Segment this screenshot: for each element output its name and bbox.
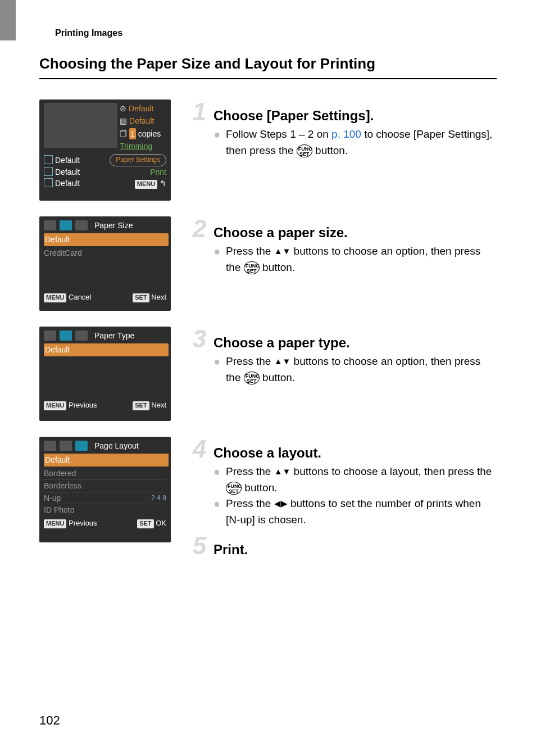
ps-left-1: Default [55, 168, 80, 176]
page-link-100[interactable]: p. 100 [331, 128, 361, 140]
menu-badge: MENU [44, 519, 66, 528]
ps-copies-val: 1 [129, 128, 136, 139]
up-down-icon: ▲▼ [274, 245, 291, 258]
page-content: ⊘ Default ▧ Default ❐ 1 copies Trimming … [39, 99, 497, 560]
ps-right-3: Trimming [120, 141, 166, 152]
ps-right-0: Default [129, 104, 153, 113]
step-1-row: ⊘ Default ▧ Default ❐ 1 copies Trimming … [39, 99, 497, 201]
ps-print-label: Print [150, 166, 166, 178]
layout-item-0: Default [44, 454, 169, 466]
layout-item-4: ID Photo [44, 504, 166, 515]
ps-right-1: Default [129, 116, 154, 125]
next-label: Next [151, 401, 166, 409]
func-set-icon: FUNCSET [244, 261, 260, 274]
running-head: Printing Images [55, 28, 497, 38]
section-title: Choosing the Paper Size and Layout for P… [39, 55, 497, 79]
camera-screen-paper-type: Paper Type Default MENU Previous SET Nex… [39, 327, 171, 421]
step-2-title: Choose a paper size. [214, 225, 348, 241]
paper-size-title: Paper Size [94, 220, 133, 231]
step-3-title: Choose a paper type. [214, 335, 350, 351]
bullet-icon: ● [214, 354, 220, 386]
step-4-number: 4 [190, 437, 209, 461]
bullet-icon: ● [214, 126, 220, 159]
step-4-row: Page Layout Default Bordered Borderless … [39, 437, 497, 560]
layout-item-1: Bordered [44, 468, 166, 480]
nup-values: 2 4 8 [151, 494, 166, 503]
manual-page: Printing Images Choosing the Paper Size … [0, 0, 536, 756]
step-4-bullet-2: Press the ◀▶ buttons to set the number o… [226, 496, 497, 528]
step-2-number: 2 [190, 216, 209, 241]
layout-item-3: N-up [44, 492, 61, 504]
ok-label: OK [156, 519, 166, 527]
step-2-bullet: Press the ▲▼ buttons to choose an option… [226, 243, 497, 275]
menu-badge: MENU [135, 180, 157, 189]
paper-size-item-0: Default [44, 233, 169, 246]
set-badge: SET [133, 293, 149, 302]
step-1-bullet: Follow Steps 1 – 2 on p. 100 to choose [… [226, 126, 497, 159]
paper-settings-pill: Paper Settings [110, 154, 166, 166]
previous-label: Previous [69, 401, 97, 409]
camera-screen-paper-size: Paper Size Default CreditCard MENU Cance… [39, 216, 171, 311]
previous-label: Previous [69, 519, 97, 527]
step-2-row: Paper Size Default CreditCard MENU Cance… [39, 216, 497, 311]
up-down-icon: ▲▼ [274, 355, 291, 368]
step-3-bullet: Press the ▲▼ buttons to choose an option… [226, 354, 497, 386]
up-down-icon: ▲▼ [274, 465, 291, 478]
layout-item-2: Borderless [44, 480, 166, 492]
step-5-number: 5 [190, 533, 209, 558]
step-3-number: 3 [190, 327, 209, 351]
section-side-tab [0, 0, 16, 40]
cancel-label: Cancel [69, 293, 91, 301]
set-badge: SET [133, 401, 149, 410]
bullet-icon: ● [214, 496, 220, 528]
page-layout-title: Page Layout [94, 440, 139, 451]
bullet-icon: ● [214, 464, 220, 496]
func-set-icon: FUNCSET [226, 482, 242, 495]
paper-type-item-0: Default [44, 343, 169, 356]
ps-left-0: Default [55, 156, 80, 165]
set-badge: SET [137, 519, 153, 528]
step-3-row: Paper Type Default MENU Previous SET Nex… [39, 327, 497, 421]
menu-badge: MENU [44, 293, 66, 302]
ps-left-2: Default [55, 179, 80, 188]
step-5-title: Print. [214, 542, 248, 558]
menu-badge: MENU [44, 401, 66, 410]
bullet-icon: ● [214, 243, 220, 275]
step-1-number: 1 [190, 99, 209, 124]
func-set-icon: FUNCSET [297, 144, 312, 157]
step-1-title: Choose [Paper Settings]. [214, 108, 374, 124]
next-label: Next [151, 293, 166, 301]
camera-screen-page-layout: Page Layout Default Bordered Borderless … [39, 437, 171, 542]
page-number: 102 [39, 713, 60, 728]
paper-type-title: Paper Type [94, 330, 134, 341]
camera-screen-print-settings: ⊘ Default ▧ Default ❐ 1 copies Trimming … [39, 99, 171, 201]
func-set-icon: FUNCSET [244, 372, 260, 384]
page-header: Printing Images Choosing the Paper Size … [39, 28, 497, 79]
left-right-icon: ◀▶ [274, 497, 288, 510]
step-4-title: Choose a layout. [214, 445, 321, 461]
ps-right-2: copies [138, 129, 161, 138]
step-4-bullet-1: Press the ▲▼ buttons to choose a layout,… [226, 464, 497, 496]
paper-size-item-1: CreditCard [44, 247, 166, 259]
